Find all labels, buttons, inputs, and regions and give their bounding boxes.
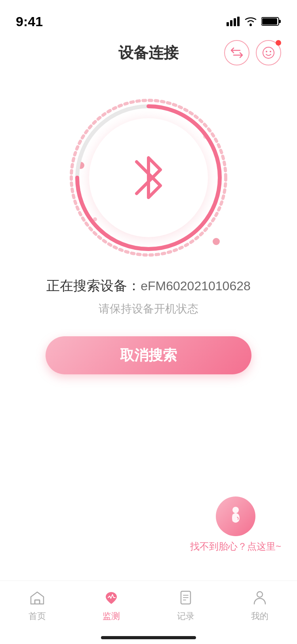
svg-rect-0 (227, 22, 229, 26)
notification-dot (276, 40, 281, 46)
profile-button[interactable] (256, 40, 281, 65)
svg-rect-2 (234, 18, 236, 26)
header: 设备连接 (0, 35, 297, 71)
home-indicator (101, 636, 196, 639)
status-time: 9:41 (16, 14, 43, 29)
bluetooth-ring-container (65, 94, 232, 261)
swap-button[interactable] (224, 40, 249, 65)
tab-home[interactable]: 首页 (0, 587, 74, 622)
wifi-icon (244, 16, 257, 27)
tab-monitor-label: 监测 (103, 610, 120, 622)
svg-point-10 (270, 51, 271, 52)
bluetooth-icon (125, 146, 172, 209)
signal-icon (227, 17, 240, 26)
floating-label: 找不到胎心？点这里~ (190, 540, 281, 553)
header-actions (224, 40, 281, 65)
floating-btn-circle (216, 496, 255, 536)
hint-text: 请保持设备开机状态 (99, 301, 198, 316)
monitor-icon (101, 587, 122, 608)
tab-bar: 首页 监测 记录 我的 (0, 581, 297, 644)
tab-records-label: 记录 (177, 610, 194, 622)
svg-point-20 (257, 592, 263, 597)
cancel-btn-label: 取消搜索 (120, 346, 177, 365)
svg-rect-6 (262, 18, 277, 25)
home-icon (27, 587, 48, 608)
tab-home-label: 首页 (29, 610, 46, 622)
tab-records[interactable]: 记录 (148, 587, 223, 622)
tab-mine[interactable]: 我的 (223, 587, 297, 622)
pregnant-icon (224, 504, 248, 528)
tab-monitor[interactable]: 监测 (74, 587, 149, 622)
device-id: eFM602021010628 (141, 279, 251, 293)
svg-point-8 (263, 47, 274, 58)
floating-help-button[interactable]: 找不到胎心？点这里~ (190, 496, 281, 553)
svg-point-4 (249, 24, 252, 26)
svg-rect-7 (279, 20, 281, 23)
searching-label: 正在搜索设备：eFM602021010628 (46, 277, 251, 295)
svg-rect-1 (230, 20, 232, 26)
tab-mine-label: 我的 (251, 610, 268, 622)
cancel-search-button[interactable]: 取消搜索 (46, 336, 251, 374)
face-icon (262, 46, 275, 59)
svg-point-9 (266, 51, 267, 52)
bluetooth-inner-circle (89, 118, 208, 237)
swap-icon (230, 47, 243, 58)
svg-point-14 (232, 507, 239, 513)
status-icons (227, 16, 281, 27)
battery-icon (261, 16, 281, 27)
mine-icon (249, 587, 270, 608)
records-icon (175, 587, 196, 608)
svg-rect-15 (35, 600, 40, 604)
status-bar: 9:41 (0, 0, 297, 35)
svg-rect-3 (237, 17, 240, 26)
main-content: 正在搜索设备：eFM602021010628 请保持设备开机状态 取消搜索 (0, 71, 297, 374)
page-title: 设备连接 (118, 43, 179, 63)
